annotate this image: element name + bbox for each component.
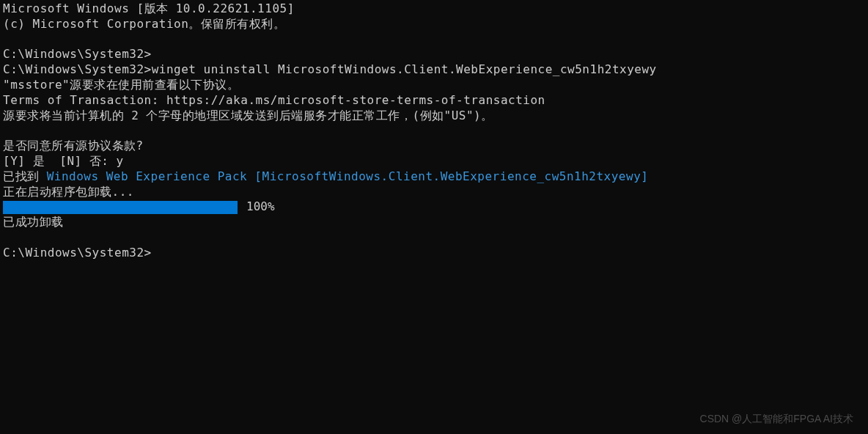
terms-line: Terms of Transaction: https://aka.ms/mic… <box>3 93 865 108</box>
msstore-notice: "msstore"源要求在使用前查看以下协议。 <box>3 78 865 93</box>
watermark: CSDN @人工智能和FPGA AI技术 <box>700 412 853 425</box>
blank-line <box>3 32 865 48</box>
copyright-line: (c) Microsoft Corporation。保留所有权利。 <box>3 17 865 32</box>
progress-row: 100% <box>3 199 865 215</box>
consent-question: 是否同意所有源协议条款? <box>3 139 865 154</box>
starting-uninstall: 正在启动程序包卸载... <box>3 185 865 200</box>
blank-line <box>3 123 865 139</box>
found-prefix: 已找到 <box>3 169 47 183</box>
region-notice: 源要求将当前计算机的 2 个字母的地理区域发送到后端服务才能正常工作，(例如"U… <box>3 108 865 124</box>
found-package-line: 已找到 Windows Web Experience Pack [Microso… <box>3 169 865 185</box>
progress-percent: 100% <box>246 199 275 215</box>
blank-line <box>3 230 865 246</box>
progress-bar <box>3 201 238 214</box>
found-package-name: Windows Web Experience Pack [MicrosoftWi… <box>47 169 649 183</box>
version-line: Microsoft Windows [版本 10.0.22621.1105] <box>3 1 865 17</box>
command-line[interactable]: C:\Windows\System32>winget uninstall Mic… <box>3 62 865 78</box>
consent-input[interactable]: [Y] 是 [N] 否: y <box>3 154 865 169</box>
prompt-line-1[interactable]: C:\Windows\System32> <box>3 47 865 62</box>
success-message: 已成功卸载 <box>3 215 865 230</box>
prompt-line-3[interactable]: C:\Windows\System32> <box>3 246 865 261</box>
